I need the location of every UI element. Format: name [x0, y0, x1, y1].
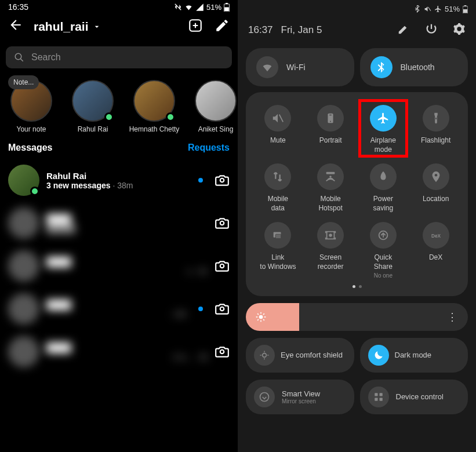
status-bar: 16:35 51% [0, 0, 238, 12]
svg-point-17 [434, 174, 437, 177]
mobiledata-icon [271, 170, 284, 183]
smart-view-tile[interactable]: Smart View Mirror screen [246, 380, 354, 414]
unread-indicator [198, 178, 203, 183]
edit-button[interactable] [397, 23, 410, 38]
instagram-dm-pane: 16:35 51% rahul_raii Search [0, 0, 238, 452]
svg-rect-16 [326, 172, 335, 174]
wifi-icon [184, 3, 193, 12]
hotspot-icon [324, 170, 337, 183]
svg-rect-10 [463, 9, 467, 13]
username-label: rahul_raii [34, 20, 89, 34]
settings-button[interactable] [453, 23, 466, 38]
camera-icon[interactable] [215, 216, 230, 231]
bluetooth-tile[interactable]: Bluetooth [360, 48, 468, 86]
tile-label: Bluetooth [401, 63, 435, 72]
dark-mode-tile[interactable]: Dark mode [360, 338, 468, 373]
qs-tile-flashlight[interactable]: Flashlight [409, 103, 462, 156]
avatar [8, 293, 39, 325]
svg-rect-42 [379, 398, 382, 400]
story-item[interactable]: Aniket Sing [190, 80, 238, 133]
power-button[interactable] [425, 23, 438, 38]
recorder-icon [324, 229, 337, 242]
unread-indicator [198, 307, 203, 311]
brightness-menu-button[interactable]: ⋮ [447, 311, 459, 323]
svg-point-24 [259, 315, 263, 319]
wifi-tile[interactable]: Wi-Fi [246, 48, 354, 86]
qs-tile-link[interactable]: Linkto Windows [252, 220, 304, 281]
qs-tile-portrait[interactable]: Portrait [304, 103, 357, 156]
svg-rect-14 [435, 118, 437, 119]
sun-icon [255, 311, 267, 323]
svg-rect-9 [464, 5, 467, 6]
conversation-time: 19h [173, 309, 187, 319]
qs-tile-hotspot[interactable]: MobileHotspot [304, 161, 357, 215]
conversation-row[interactable]: ████d w… 3d [0, 330, 238, 373]
qs-label: Powersaving [373, 195, 394, 213]
qs-tile-recorder[interactable]: Screenrecorder [304, 220, 357, 281]
device-control-tile[interactable]: Device control [360, 380, 468, 414]
status-time: 16:35 [8, 2, 28, 12]
story-item[interactable]: Rahul Rai [67, 80, 118, 133]
story-item[interactable]: Hemnath Chetty [129, 80, 180, 133]
back-button[interactable] [8, 17, 23, 36]
conversation-row[interactable]: ████· 19h [0, 287, 238, 330]
qs-tile-mobiledata[interactable]: Mobiledata [252, 161, 304, 215]
camera-icon[interactable] [215, 173, 230, 188]
online-indicator [30, 187, 39, 196]
account-switcher[interactable]: rahul_raii [34, 20, 177, 34]
camera-icon[interactable] [215, 344, 230, 359]
qs-tile-quickshare[interactable]: QuickShareNo one [357, 220, 410, 281]
eye-icon [259, 349, 270, 361]
svg-point-21 [329, 234, 332, 238]
avatar [8, 336, 39, 367]
highlight-box [358, 99, 409, 158]
qs-tile-airplane[interactable]: Airplanemode [357, 103, 410, 156]
story-label: Hemnath Chetty [129, 125, 180, 133]
search-input[interactable]: Search [6, 46, 232, 68]
conversation-list[interactable]: Rahul Rai 3 new messages · 38m █████████… [0, 159, 238, 373]
svg-line-29 [257, 314, 259, 315]
svg-line-31 [257, 319, 259, 320]
tab-messages[interactable]: Messages [8, 143, 53, 153]
story-your-note[interactable]: Note... Your note [6, 80, 57, 133]
search-placeholder: Search [31, 52, 61, 63]
battery-icon [463, 5, 468, 13]
eye-comfort-tile[interactable]: Eye comfort shield [246, 338, 354, 373]
conversation-time: 3d [198, 352, 208, 362]
qs-panel: Mute Portrait Airplanemode Flashlight Mo… [246, 92, 468, 296]
avatar [8, 250, 39, 282]
status-bar: 51% [238, 0, 476, 13]
svg-line-32 [263, 314, 264, 315]
conversation-row[interactable]: ████e · 6h [0, 245, 238, 287]
stories-tray[interactable]: Note... Your note Rahul Rai Hemnath Chet… [0, 73, 238, 138]
new-video-call-button[interactable] [188, 18, 203, 35]
qs-tile-mute[interactable]: Mute [252, 103, 304, 156]
qs-label: Portrait [319, 136, 342, 154]
link-icon [271, 229, 284, 242]
conversation-row[interactable]: █████████ [0, 202, 238, 245]
avatar [195, 80, 237, 122]
svg-rect-39 [375, 393, 377, 396]
portrait-icon [324, 112, 337, 125]
qs-tile-dex[interactable]: DeX DeX [409, 220, 462, 281]
conversation-row[interactable]: Rahul Rai 3 new messages · 38m [0, 159, 238, 202]
moon-icon [373, 349, 384, 361]
connectivity-tiles: Wi-Fi Bluetooth [238, 48, 476, 92]
powersaving-icon [377, 170, 390, 183]
vibrate-icon [174, 3, 182, 11]
chevron-down-icon [92, 22, 101, 31]
camera-icon[interactable] [215, 258, 230, 274]
status-battery: 51% [206, 3, 221, 12]
svg-rect-2 [226, 3, 228, 4]
mute-icon [271, 112, 284, 125]
camera-icon[interactable] [215, 301, 230, 316]
svg-point-15 [329, 176, 332, 178]
signal-icon [195, 3, 204, 12]
qs-tile-location[interactable]: Location [409, 161, 462, 215]
conversation-time: 38m [117, 181, 133, 190]
qs-tile-powersaving[interactable]: Powersaving [357, 161, 410, 215]
brightness-slider[interactable]: ⋮ [246, 303, 468, 331]
tab-requests[interactable]: Requests [188, 143, 230, 153]
compose-button[interactable] [215, 18, 230, 35]
note-bubble[interactable]: Note... [8, 75, 39, 89]
